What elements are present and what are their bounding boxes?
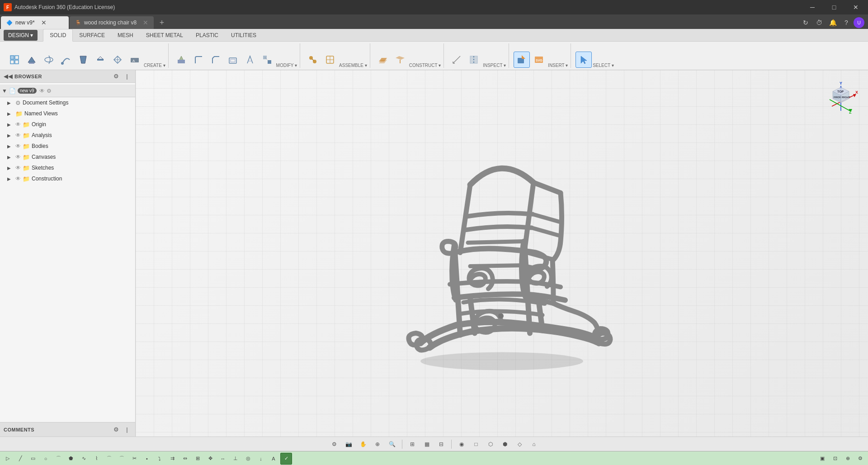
sk-pattern[interactable]: ⊞ xyxy=(192,453,203,465)
sk-trim[interactable]: ✂ xyxy=(128,453,140,465)
draft-button[interactable] xyxy=(242,52,258,68)
comments-panel[interactable]: COMMENTS ⚙ | xyxy=(0,422,135,437)
ortho-button[interactable]: □ xyxy=(470,439,482,450)
sk-circle[interactable]: ○ xyxy=(40,453,52,465)
browser-item-doc-settings[interactable]: ▶ ⚙ Document Settings xyxy=(0,97,135,108)
loft-button[interactable] xyxy=(75,52,91,68)
sk-right-2[interactable]: ⊡ xyxy=(829,453,841,465)
viewport[interactable]: Y X Z TOP FRONT RIGHT xyxy=(136,70,868,437)
refresh-button[interactable]: ↻ xyxy=(799,16,812,29)
sk-arc2[interactable]: ⌒ xyxy=(103,453,115,465)
sk-mirror[interactable]: ⇔ xyxy=(179,453,191,465)
browser-pin-button[interactable]: | xyxy=(123,72,132,81)
insert-mesh-button[interactable] xyxy=(514,52,530,68)
eye-icon-construction[interactable]: 👁 xyxy=(15,176,21,182)
activity-button[interactable]: ⏱ xyxy=(813,16,826,29)
browser-item-sketches[interactable]: ▶ 👁 📁 Sketches xyxy=(0,162,135,173)
minimize-button[interactable]: ─ xyxy=(802,0,823,14)
browser-settings-button[interactable]: ⚙ xyxy=(112,72,121,81)
view-front-button[interactable]: ⬡ xyxy=(484,439,497,450)
scale-button[interactable] xyxy=(259,52,275,68)
browser-item-analysis[interactable]: ▶ 👁 📁 Analysis xyxy=(0,130,135,141)
grid-snap-button[interactable]: ▦ xyxy=(420,439,433,450)
toolbar-tab-plastic[interactable]: PLASTIC xyxy=(189,29,225,42)
sk-polygon[interactable]: ⬟ xyxy=(65,453,77,465)
web-button[interactable] xyxy=(109,52,126,68)
sk-fillet[interactable]: ⌒ xyxy=(116,453,127,465)
zoom-in-button[interactable]: ⊕ xyxy=(371,439,384,450)
toolbar-tab-mesh[interactable]: MESH xyxy=(111,29,140,42)
browser-item-origin[interactable]: ▶ 👁 📁 Origin xyxy=(0,119,135,130)
browser-item-bodies[interactable]: ▶ 👁 📁 Bodies xyxy=(0,141,135,152)
press-pull-button[interactable] xyxy=(173,52,189,68)
section-analysis-button[interactable] xyxy=(466,52,482,68)
midplane-button[interactable] xyxy=(392,52,408,68)
browser-root-item[interactable]: ▼ 📄 new v9 👁 ⚙ xyxy=(0,85,135,97)
pan-button[interactable]: ✋ xyxy=(357,439,369,450)
help-button[interactable]: ? xyxy=(840,16,853,29)
view-home-button[interactable]: ⌂ xyxy=(528,439,540,450)
new-joint-button[interactable] xyxy=(305,52,321,68)
perspective-button[interactable]: ◉ xyxy=(455,439,468,450)
camera-button[interactable]: 📷 xyxy=(342,439,355,450)
eye-icon-analysis[interactable]: 👁 xyxy=(15,132,21,138)
sk-arc[interactable]: ⌒ xyxy=(52,453,64,465)
sk-offset[interactable]: ⇉ xyxy=(166,453,178,465)
sk-select[interactable]: ▷ xyxy=(2,453,14,465)
joint-origin-button[interactable] xyxy=(322,52,338,68)
tab-close-wood-chair[interactable]: ✕ xyxy=(143,19,148,26)
sweep-button[interactable] xyxy=(58,52,74,68)
view-top-button[interactable]: ⬢ xyxy=(499,439,511,450)
revolve-button[interactable] xyxy=(41,52,57,68)
sk-line[interactable]: ╱ xyxy=(14,453,26,465)
emboss-button[interactable]: A xyxy=(127,52,143,68)
sk-right-3[interactable]: ⊕ xyxy=(842,453,854,465)
notifications-button[interactable]: 🔔 xyxy=(826,16,839,29)
eye-icon-origin[interactable]: 👁 xyxy=(15,121,21,128)
sk-rect[interactable]: ▭ xyxy=(27,453,39,465)
browser-collapse-button[interactable]: ◀◀ xyxy=(4,72,13,81)
settings-icon-root[interactable]: ⚙ xyxy=(47,88,52,94)
view-right-button[interactable]: ◇ xyxy=(513,439,526,450)
sk-point[interactable]: • xyxy=(141,453,153,465)
user-avatar[interactable]: U xyxy=(854,17,864,28)
toolbar-tab-sheet-metal[interactable]: SHEET METAL xyxy=(140,29,189,42)
sk-move[interactable]: ✥ xyxy=(204,453,216,465)
browser-item-construction[interactable]: ▶ 👁 📁 Construction xyxy=(0,173,135,184)
sk-text[interactable]: A xyxy=(268,453,279,465)
zoom-button[interactable]: 🔍 xyxy=(386,439,398,450)
sk-insert[interactable]: ↓ xyxy=(255,453,267,465)
fillet-button[interactable] xyxy=(190,52,207,68)
tab-wood-chair[interactable]: 🪑 wood rocking chair v8 ✕ xyxy=(70,16,154,29)
toolbar-tab-solid[interactable]: SOLID xyxy=(43,29,73,42)
toolbar-tab-utilities[interactable]: UTILITIES xyxy=(225,29,263,42)
eye-icon-canvases[interactable]: 👁 xyxy=(15,154,21,160)
comments-settings-button[interactable]: ⚙ xyxy=(112,425,121,434)
sk-constraint[interactable]: ⊥ xyxy=(230,453,241,465)
new-component-button[interactable] xyxy=(6,52,23,68)
tab-add-button[interactable]: + xyxy=(156,16,168,29)
view-cube[interactable]: Y X Z TOP FRONT RIGHT xyxy=(823,79,859,115)
rib-button[interactable] xyxy=(92,52,108,68)
tab-new-v9[interactable]: 🔷 new v9* ✕ xyxy=(1,16,69,29)
sk-project[interactable]: ⤵ xyxy=(154,453,165,465)
insert-svg-button[interactable]: SVG xyxy=(531,52,547,68)
nav-settings-button[interactable]: ⚙ xyxy=(328,439,340,450)
maximize-button[interactable]: □ xyxy=(824,0,844,14)
browser-item-named-views[interactable]: ▶ 📁 Named Views xyxy=(0,108,135,119)
toolbar-tab-surface[interactable]: SURFACE xyxy=(73,29,111,42)
sk-inspect[interactable]: ◎ xyxy=(242,453,254,465)
eye-icon-sketches[interactable]: 👁 xyxy=(15,165,21,171)
grid-view-button[interactable]: ⊟ xyxy=(435,439,448,450)
eye-icon-bodies[interactable]: 👁 xyxy=(15,143,21,149)
extrude-button[interactable] xyxy=(24,52,40,68)
sk-spline[interactable]: ∿ xyxy=(78,453,90,465)
shell-button[interactable] xyxy=(225,52,241,68)
select-button[interactable] xyxy=(576,52,592,68)
eye-icon-root[interactable]: 👁 xyxy=(39,88,45,94)
sk-conic-curve[interactable]: ⌇ xyxy=(90,453,102,465)
measure-button[interactable] xyxy=(448,52,465,68)
sk-dimension[interactable]: ↔ xyxy=(217,453,229,465)
comments-pin-button[interactable]: | xyxy=(123,425,132,434)
grid-toggle-button[interactable]: ⊞ xyxy=(406,439,419,450)
